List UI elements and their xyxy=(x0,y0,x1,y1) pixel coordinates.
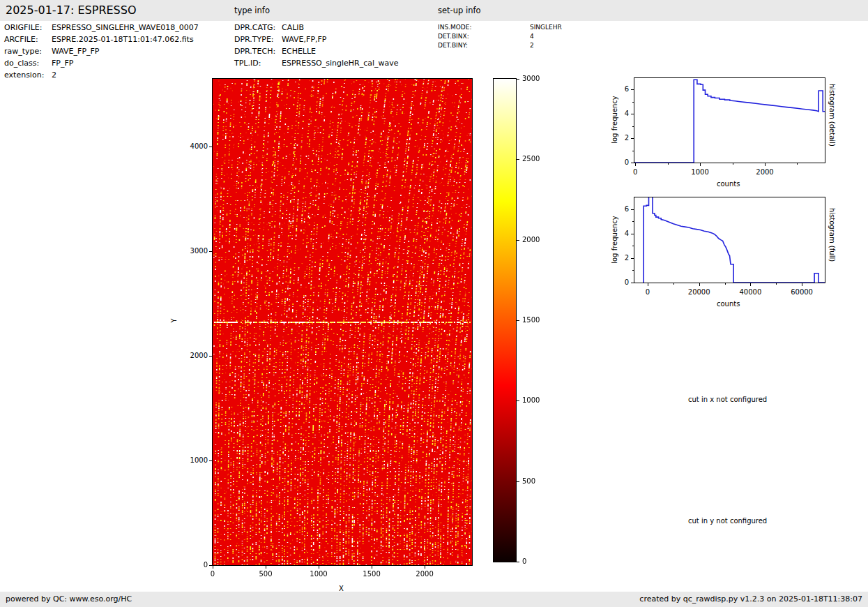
tick-mark xyxy=(631,258,634,259)
colorbar xyxy=(493,78,517,562)
file-info-row: do_class:FP_FP xyxy=(4,59,39,68)
footer-left-text: powered by QC: www.eso.org/HC xyxy=(6,594,132,604)
type-info-row: DPR.TYPE:WAVE,FP,FP xyxy=(234,35,274,44)
field-value: 2 xyxy=(530,42,534,49)
tick-mark xyxy=(668,163,669,165)
tick-label: 2 xyxy=(594,254,629,262)
histogram-full-xlabel: counts xyxy=(717,300,740,308)
tick-mark xyxy=(632,151,634,151)
main-yaxis-label: Y xyxy=(170,318,178,322)
tick-label: 1500 xyxy=(351,570,393,578)
histogram-full-line xyxy=(634,197,825,283)
tick-label: 1000 xyxy=(679,168,721,176)
cut-y-note: cut in y not configured xyxy=(688,517,767,525)
tick-label: 4 xyxy=(594,230,629,237)
tick-label: 2000 xyxy=(173,352,208,359)
tick-mark xyxy=(733,163,733,165)
field-value: ECHELLE xyxy=(282,47,316,56)
tick-mark xyxy=(776,283,777,285)
histogram-detail-xlabel: counts xyxy=(717,180,740,188)
tick-mark xyxy=(631,138,634,139)
page-title: 2025-01-17: ESPRESSO xyxy=(6,3,137,17)
tick-mark xyxy=(209,460,212,461)
tick-mark xyxy=(517,320,519,321)
raw-frame-heatmap xyxy=(212,78,473,566)
tick-label: 4 xyxy=(594,110,629,117)
field-label: extension: xyxy=(4,70,44,80)
tick-label: 2000 xyxy=(404,570,446,578)
tick-mark xyxy=(631,163,634,163)
field-value: 4 xyxy=(530,33,534,40)
field-value: SINGLEHR xyxy=(530,24,562,31)
tick-label: 0 xyxy=(192,570,234,578)
histogram-detail-side-label: histogram (detail) xyxy=(828,84,836,147)
tick-mark xyxy=(750,283,751,286)
tick-mark xyxy=(517,159,519,160)
tick-label: 4000 xyxy=(173,142,208,150)
file-info-row: ORIGFILE:ESPRESSO_SINGLEHR_WAVE018_0007 xyxy=(4,23,42,32)
field-label: DPR.TECH: xyxy=(234,47,275,56)
setup-info-heading: set-up info xyxy=(438,6,481,15)
colorbar-tick-label: 2500 xyxy=(522,155,540,163)
field-value: WAVE,FP,FP xyxy=(282,35,327,44)
field-value: FP_FP xyxy=(52,59,73,68)
tick-mark xyxy=(632,126,634,127)
histogram-detail-line xyxy=(634,78,825,163)
tick-mark xyxy=(632,102,634,103)
tick-mark xyxy=(517,79,519,80)
tick-mark xyxy=(632,221,634,222)
tick-mark xyxy=(700,163,701,166)
tick-label: 60000 xyxy=(781,288,823,296)
type-info-row: DPR.CATG:CALIB xyxy=(234,23,275,32)
colorbar-tick-label: 0 xyxy=(522,557,526,565)
field-value: ESPRESSO_singleHR_cal_wave xyxy=(282,59,399,68)
tick-mark xyxy=(631,89,634,90)
tick-label: 2 xyxy=(594,134,629,142)
tick-mark xyxy=(632,270,634,271)
tick-mark xyxy=(648,283,648,286)
tick-mark xyxy=(673,283,674,285)
tick-label: 1000 xyxy=(298,570,340,578)
field-label: INS.MODE: xyxy=(438,24,471,31)
tick-mark xyxy=(517,481,519,482)
histogram-full-side-label: histogram (full) xyxy=(828,208,836,262)
tick-mark xyxy=(765,163,766,166)
field-value: CALIB xyxy=(282,23,304,32)
tick-label: 500 xyxy=(245,570,287,578)
field-label: DET.BINX: xyxy=(438,33,469,40)
colorbar-tick-label: 1000 xyxy=(522,396,540,404)
histogram-full-plot xyxy=(634,197,825,283)
tick-label: 1000 xyxy=(173,456,208,464)
tick-mark xyxy=(213,566,213,569)
field-value: WAVE_FP_FP xyxy=(52,47,100,56)
tick-mark xyxy=(797,163,798,165)
tick-mark xyxy=(209,147,212,147)
file-info-row: ARCFILE:ESPRE.2025-01-18T11:01:47.062.fi… xyxy=(4,35,38,44)
colorbar-tick-label: 1500 xyxy=(522,316,540,324)
colorbar-tick-label: 3000 xyxy=(522,75,540,82)
file-info-row: extension:2 xyxy=(4,70,44,80)
tick-mark xyxy=(266,566,266,569)
field-value: ESPRESSO_SINGLEHR_WAVE018_0007 xyxy=(52,23,199,32)
tick-mark xyxy=(209,565,212,566)
field-value: 2 xyxy=(52,70,56,80)
tick-label: 20000 xyxy=(678,288,720,296)
tick-mark xyxy=(632,246,634,246)
tick-label: 3000 xyxy=(173,247,208,255)
raw-frame-image xyxy=(213,79,472,565)
tick-mark xyxy=(631,209,634,210)
tick-mark xyxy=(631,114,634,114)
setup-info-row: INS.MODE:SINGLEHR xyxy=(438,24,471,31)
footer-right-text: created by qc_rawdisp.py v1.2.3 on 2025-… xyxy=(639,594,862,604)
qc-report-page: 2025-01-17: ESPRESSO type info set-up in… xyxy=(0,0,868,607)
field-label: do_class: xyxy=(4,59,39,68)
field-value: ESPRE.2025-01-18T11:01:47.062.fits xyxy=(52,35,194,44)
field-label: ARCFILE: xyxy=(4,35,38,44)
tick-mark xyxy=(372,566,372,569)
tick-label: 0 xyxy=(594,158,629,166)
colorbar-tick-label: 2000 xyxy=(522,236,540,243)
type-info-heading: type info xyxy=(234,6,270,15)
tick-label: 0 xyxy=(627,288,669,296)
field-label: DET.BINY: xyxy=(438,42,468,49)
tick-label: 6 xyxy=(594,85,629,93)
